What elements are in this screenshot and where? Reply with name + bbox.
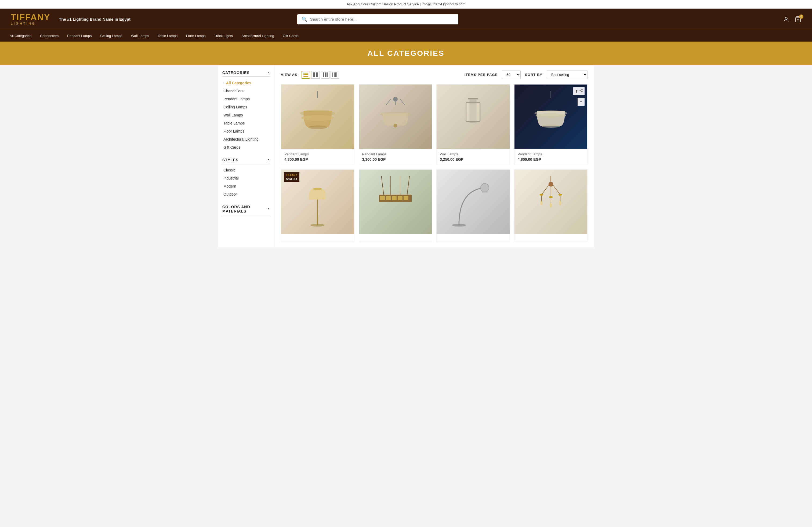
svg-point-16	[308, 125, 327, 129]
search-bar: 🔍	[297, 14, 458, 25]
svg-point-32	[582, 89, 583, 90]
product-image	[444, 91, 502, 142]
product-area: VIEW AS	[274, 65, 594, 247]
view-3col-button[interactable]	[321, 71, 330, 79]
svg-line-55	[541, 185, 548, 195]
styles-chevron-icon: ∧	[267, 158, 270, 162]
sidebar-item-pendant-lamps[interactable]: Pendant Lamps	[222, 95, 270, 103]
per-page-select[interactable]: 50 25 75 100	[502, 71, 521, 79]
nav-floor-lamps[interactable]: Floor Lamps	[182, 30, 210, 42]
view-4col-button[interactable]	[331, 71, 339, 79]
colors-section: COLORS AND MATERIALS ∧	[222, 205, 270, 215]
svg-point-17	[301, 115, 334, 121]
sidebar-item-gift-cards[interactable]: Gift Cards	[222, 143, 270, 151]
account-button[interactable]	[783, 16, 789, 22]
svg-point-52	[481, 191, 488, 193]
svg-rect-27	[467, 103, 479, 121]
product-image-wrap	[281, 85, 354, 149]
product-grid: Pendant Lamps 4,800.00 EGP	[281, 84, 588, 242]
nav-gift-cards[interactable]: Gift Cards	[278, 30, 303, 42]
logo[interactable]: TIFFANY LIGHTING	[11, 13, 50, 26]
cart-count: 0	[799, 15, 803, 19]
svg-rect-8	[325, 73, 326, 77]
nav-all-categories[interactable]: All Categories	[5, 30, 36, 42]
sort-select[interactable]: Best selling Price: Low to High Price: H…	[547, 71, 588, 79]
categories-chevron-icon: ∧	[267, 71, 270, 75]
svg-point-58	[539, 194, 543, 196]
svg-point-50	[452, 224, 466, 226]
svg-rect-45	[380, 196, 385, 200]
styles-header[interactable]: STYLES ∧	[222, 158, 270, 164]
view-2col-button[interactable]	[311, 71, 320, 79]
per-page-label: ITEMS PER PAGE	[465, 73, 498, 77]
svg-point-39	[313, 188, 322, 190]
product-card[interactable]: Wall Lamps 3,250.00 EGP	[436, 84, 510, 165]
product-card[interactable]	[359, 169, 432, 242]
product-category: Wall Lamps	[440, 152, 506, 156]
sold-out-badge: TIFFANY Sold Out	[284, 172, 300, 182]
nav-table-lamps[interactable]: Table Lamps	[153, 30, 182, 42]
view-options	[302, 71, 339, 79]
banner-text: Ask About our Custom Design Product Serv…	[347, 2, 465, 6]
nav-track-lights[interactable]: Track Lights	[210, 30, 237, 42]
nav-bar: All Categories Chandeliers Pendant Lamps…	[0, 30, 812, 42]
svg-rect-10	[332, 73, 333, 77]
svg-rect-5	[313, 73, 315, 77]
product-card[interactable]	[514, 169, 588, 242]
sidebar-item-modern[interactable]: Modern	[222, 182, 270, 190]
product-image	[288, 176, 347, 228]
search-icon: 🔍	[302, 16, 307, 22]
sidebar-item-industrial[interactable]: Industrial	[222, 174, 270, 182]
svg-point-30	[536, 113, 566, 118]
header-tagline: The #1 Lighting Brand Name in Egypt	[59, 17, 130, 21]
colors-header[interactable]: COLORS AND MATERIALS ∧	[222, 205, 270, 215]
svg-rect-7	[323, 73, 324, 77]
product-card[interactable]	[436, 169, 510, 242]
product-price: 3,300.00 EGP	[362, 157, 429, 162]
sidebar-item-chandeliers[interactable]: Chandeliers	[222, 87, 270, 95]
product-info	[514, 234, 588, 241]
view-list-button[interactable]	[302, 71, 310, 79]
product-card[interactable]: ⬆ Pendant Lamps 4,800.00 EGP	[514, 84, 588, 165]
product-card[interactable]: Pendant Lamps 3,300.00 EGP	[359, 84, 432, 165]
svg-line-19	[386, 99, 390, 105]
nav-ceiling-lamps[interactable]: Ceiling Lamps	[96, 30, 127, 42]
nav-pendant-lamps[interactable]: Pendant Lamps	[63, 30, 96, 42]
nav-architectural-lighting[interactable]: Architectural Lighting	[237, 30, 278, 42]
sidebar-item-classic[interactable]: Classic	[222, 166, 270, 174]
svg-point-60	[549, 196, 553, 198]
product-card[interactable]: Pendant Lamps 4,800.00 EGP	[281, 84, 354, 165]
search-input[interactable]	[310, 17, 454, 21]
svg-point-31	[541, 124, 560, 128]
sidebar-item-all-categories[interactable]: › All Categories	[222, 79, 270, 87]
product-image-wrap	[359, 85, 432, 149]
svg-rect-24	[468, 98, 478, 99]
toolbar: VIEW AS	[281, 71, 588, 79]
svg-rect-4	[303, 76, 308, 77]
categories-section: CATEGORIES ∧ › All Categories Chandelier…	[222, 71, 270, 151]
svg-rect-9	[327, 73, 328, 77]
cart-button[interactable]: 0	[795, 16, 801, 22]
scroll-top-button[interactable]	[578, 98, 584, 106]
nav-chandeliers[interactable]: Chandeliers	[36, 30, 63, 42]
svg-point-51	[481, 183, 489, 192]
svg-point-65	[559, 201, 562, 205]
logo-lighting: LIGHTING	[11, 21, 36, 26]
share-button[interactable]: ⬆	[573, 87, 584, 95]
sidebar-item-ceiling-lamps[interactable]: Ceiling Lamps	[222, 103, 270, 111]
product-image-wrap	[437, 169, 510, 234]
svg-point-34	[582, 91, 583, 92]
sidebar-item-architectural-lighting[interactable]: Architectural Lighting	[222, 135, 270, 143]
product-info	[281, 234, 354, 241]
categories-header[interactable]: CATEGORIES ∧	[222, 71, 270, 77]
sidebar-item-wall-lamps[interactable]: Wall Lamps	[222, 111, 270, 119]
sidebar-item-floor-lamps[interactable]: Floor Lamps	[222, 127, 270, 135]
product-card[interactable]: TIFFANY Sold Out	[281, 169, 354, 242]
sidebar-item-outdoor[interactable]: Outdoor	[222, 190, 270, 198]
product-info	[437, 234, 510, 241]
svg-line-43	[407, 176, 409, 195]
nav-wall-lamps[interactable]: Wall Lamps	[127, 30, 153, 42]
svg-point-66	[550, 203, 552, 207]
product-image	[444, 176, 502, 228]
sidebar-item-table-lamps[interactable]: Table Lamps	[222, 119, 270, 127]
